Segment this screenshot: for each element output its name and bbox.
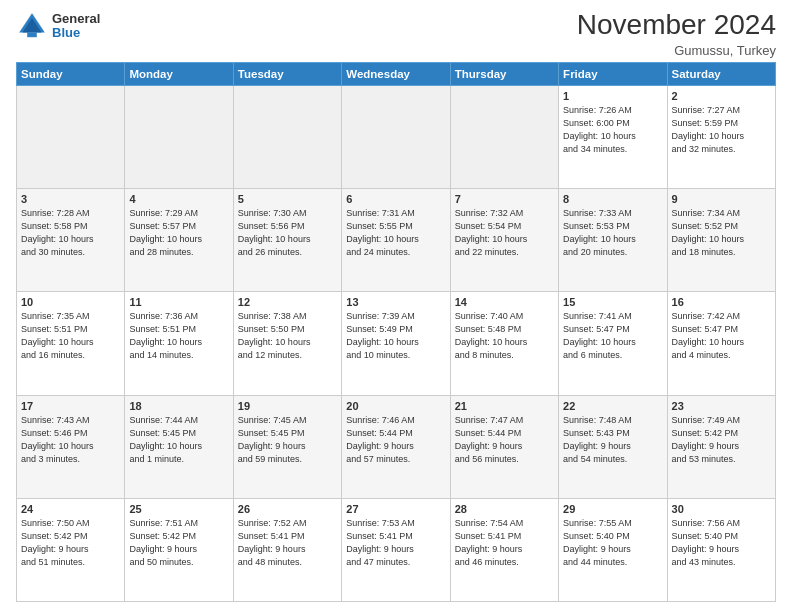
day-number: 29 bbox=[563, 503, 662, 515]
month-title: November 2024 bbox=[577, 10, 776, 41]
calendar-cell: 2Sunrise: 7:27 AM Sunset: 5:59 PM Daylig… bbox=[667, 85, 775, 188]
calendar-header-row: SundayMondayTuesdayWednesdayThursdayFrid… bbox=[17, 62, 776, 85]
day-info: Sunrise: 7:27 AM Sunset: 5:59 PM Dayligh… bbox=[672, 104, 771, 156]
day-number: 5 bbox=[238, 193, 337, 205]
title-block: November 2024 Gumussu, Turkey bbox=[577, 10, 776, 58]
calendar-cell: 10Sunrise: 7:35 AM Sunset: 5:51 PM Dayli… bbox=[17, 292, 125, 395]
day-number: 7 bbox=[455, 193, 554, 205]
calendar-week-3: 17Sunrise: 7:43 AM Sunset: 5:46 PM Dayli… bbox=[17, 395, 776, 498]
day-number: 30 bbox=[672, 503, 771, 515]
location: Gumussu, Turkey bbox=[577, 43, 776, 58]
logo-text: General Blue bbox=[52, 12, 100, 41]
col-header-thursday: Thursday bbox=[450, 62, 558, 85]
day-info: Sunrise: 7:54 AM Sunset: 5:41 PM Dayligh… bbox=[455, 517, 554, 569]
calendar-week-1: 3Sunrise: 7:28 AM Sunset: 5:58 PM Daylig… bbox=[17, 189, 776, 292]
day-info: Sunrise: 7:55 AM Sunset: 5:40 PM Dayligh… bbox=[563, 517, 662, 569]
day-info: Sunrise: 7:56 AM Sunset: 5:40 PM Dayligh… bbox=[672, 517, 771, 569]
day-number: 24 bbox=[21, 503, 120, 515]
header: General Blue November 2024 Gumussu, Turk… bbox=[16, 10, 776, 58]
day-info: Sunrise: 7:34 AM Sunset: 5:52 PM Dayligh… bbox=[672, 207, 771, 259]
calendar-cell: 9Sunrise: 7:34 AM Sunset: 5:52 PM Daylig… bbox=[667, 189, 775, 292]
day-info: Sunrise: 7:29 AM Sunset: 5:57 PM Dayligh… bbox=[129, 207, 228, 259]
day-info: Sunrise: 7:35 AM Sunset: 5:51 PM Dayligh… bbox=[21, 310, 120, 362]
calendar-cell: 19Sunrise: 7:45 AM Sunset: 5:45 PM Dayli… bbox=[233, 395, 341, 498]
day-info: Sunrise: 7:28 AM Sunset: 5:58 PM Dayligh… bbox=[21, 207, 120, 259]
day-number: 3 bbox=[21, 193, 120, 205]
day-number: 16 bbox=[672, 296, 771, 308]
day-number: 17 bbox=[21, 400, 120, 412]
day-number: 19 bbox=[238, 400, 337, 412]
calendar-cell: 5Sunrise: 7:30 AM Sunset: 5:56 PM Daylig… bbox=[233, 189, 341, 292]
day-info: Sunrise: 7:33 AM Sunset: 5:53 PM Dayligh… bbox=[563, 207, 662, 259]
day-info: Sunrise: 7:38 AM Sunset: 5:50 PM Dayligh… bbox=[238, 310, 337, 362]
calendar-week-4: 24Sunrise: 7:50 AM Sunset: 5:42 PM Dayli… bbox=[17, 498, 776, 601]
day-number: 10 bbox=[21, 296, 120, 308]
day-number: 27 bbox=[346, 503, 445, 515]
calendar-cell: 22Sunrise: 7:48 AM Sunset: 5:43 PM Dayli… bbox=[559, 395, 667, 498]
logo-icon bbox=[16, 10, 48, 42]
calendar-body: 1Sunrise: 7:26 AM Sunset: 6:00 PM Daylig… bbox=[17, 85, 776, 601]
day-info: Sunrise: 7:26 AM Sunset: 6:00 PM Dayligh… bbox=[563, 104, 662, 156]
calendar-cell bbox=[233, 85, 341, 188]
calendar-table: SundayMondayTuesdayWednesdayThursdayFrid… bbox=[16, 62, 776, 602]
day-number: 26 bbox=[238, 503, 337, 515]
day-number: 21 bbox=[455, 400, 554, 412]
calendar-cell: 27Sunrise: 7:53 AM Sunset: 5:41 PM Dayli… bbox=[342, 498, 450, 601]
calendar-cell bbox=[342, 85, 450, 188]
day-info: Sunrise: 7:47 AM Sunset: 5:44 PM Dayligh… bbox=[455, 414, 554, 466]
day-info: Sunrise: 7:46 AM Sunset: 5:44 PM Dayligh… bbox=[346, 414, 445, 466]
calendar-cell: 25Sunrise: 7:51 AM Sunset: 5:42 PM Dayli… bbox=[125, 498, 233, 601]
calendar-cell: 20Sunrise: 7:46 AM Sunset: 5:44 PM Dayli… bbox=[342, 395, 450, 498]
day-info: Sunrise: 7:36 AM Sunset: 5:51 PM Dayligh… bbox=[129, 310, 228, 362]
calendar-cell: 7Sunrise: 7:32 AM Sunset: 5:54 PM Daylig… bbox=[450, 189, 558, 292]
calendar-cell: 18Sunrise: 7:44 AM Sunset: 5:45 PM Dayli… bbox=[125, 395, 233, 498]
day-number: 22 bbox=[563, 400, 662, 412]
day-info: Sunrise: 7:39 AM Sunset: 5:49 PM Dayligh… bbox=[346, 310, 445, 362]
calendar-cell: 26Sunrise: 7:52 AM Sunset: 5:41 PM Dayli… bbox=[233, 498, 341, 601]
day-number: 12 bbox=[238, 296, 337, 308]
calendar-cell: 30Sunrise: 7:56 AM Sunset: 5:40 PM Dayli… bbox=[667, 498, 775, 601]
day-number: 9 bbox=[672, 193, 771, 205]
col-header-saturday: Saturday bbox=[667, 62, 775, 85]
day-info: Sunrise: 7:31 AM Sunset: 5:55 PM Dayligh… bbox=[346, 207, 445, 259]
day-number: 15 bbox=[563, 296, 662, 308]
calendar-cell: 4Sunrise: 7:29 AM Sunset: 5:57 PM Daylig… bbox=[125, 189, 233, 292]
page: General Blue November 2024 Gumussu, Turk… bbox=[0, 0, 792, 612]
day-info: Sunrise: 7:49 AM Sunset: 5:42 PM Dayligh… bbox=[672, 414, 771, 466]
calendar-cell: 12Sunrise: 7:38 AM Sunset: 5:50 PM Dayli… bbox=[233, 292, 341, 395]
day-number: 13 bbox=[346, 296, 445, 308]
day-number: 14 bbox=[455, 296, 554, 308]
svg-rect-2 bbox=[27, 32, 37, 37]
calendar-week-0: 1Sunrise: 7:26 AM Sunset: 6:00 PM Daylig… bbox=[17, 85, 776, 188]
calendar-cell: 3Sunrise: 7:28 AM Sunset: 5:58 PM Daylig… bbox=[17, 189, 125, 292]
day-info: Sunrise: 7:48 AM Sunset: 5:43 PM Dayligh… bbox=[563, 414, 662, 466]
calendar-cell: 24Sunrise: 7:50 AM Sunset: 5:42 PM Dayli… bbox=[17, 498, 125, 601]
day-number: 23 bbox=[672, 400, 771, 412]
day-info: Sunrise: 7:50 AM Sunset: 5:42 PM Dayligh… bbox=[21, 517, 120, 569]
col-header-sunday: Sunday bbox=[17, 62, 125, 85]
calendar-cell bbox=[17, 85, 125, 188]
calendar-week-2: 10Sunrise: 7:35 AM Sunset: 5:51 PM Dayli… bbox=[17, 292, 776, 395]
day-info: Sunrise: 7:42 AM Sunset: 5:47 PM Dayligh… bbox=[672, 310, 771, 362]
col-header-tuesday: Tuesday bbox=[233, 62, 341, 85]
logo-general: General bbox=[52, 12, 100, 26]
logo: General Blue bbox=[16, 10, 100, 42]
calendar-cell: 11Sunrise: 7:36 AM Sunset: 5:51 PM Dayli… bbox=[125, 292, 233, 395]
calendar-cell: 1Sunrise: 7:26 AM Sunset: 6:00 PM Daylig… bbox=[559, 85, 667, 188]
calendar-cell: 15Sunrise: 7:41 AM Sunset: 5:47 PM Dayli… bbox=[559, 292, 667, 395]
day-info: Sunrise: 7:53 AM Sunset: 5:41 PM Dayligh… bbox=[346, 517, 445, 569]
calendar-cell bbox=[125, 85, 233, 188]
calendar-cell: 29Sunrise: 7:55 AM Sunset: 5:40 PM Dayli… bbox=[559, 498, 667, 601]
day-info: Sunrise: 7:52 AM Sunset: 5:41 PM Dayligh… bbox=[238, 517, 337, 569]
day-info: Sunrise: 7:40 AM Sunset: 5:48 PM Dayligh… bbox=[455, 310, 554, 362]
calendar-cell: 21Sunrise: 7:47 AM Sunset: 5:44 PM Dayli… bbox=[450, 395, 558, 498]
calendar-cell bbox=[450, 85, 558, 188]
day-number: 18 bbox=[129, 400, 228, 412]
col-header-friday: Friday bbox=[559, 62, 667, 85]
day-info: Sunrise: 7:32 AM Sunset: 5:54 PM Dayligh… bbox=[455, 207, 554, 259]
day-number: 25 bbox=[129, 503, 228, 515]
calendar-header: SundayMondayTuesdayWednesdayThursdayFrid… bbox=[17, 62, 776, 85]
day-info: Sunrise: 7:30 AM Sunset: 5:56 PM Dayligh… bbox=[238, 207, 337, 259]
calendar-cell: 17Sunrise: 7:43 AM Sunset: 5:46 PM Dayli… bbox=[17, 395, 125, 498]
calendar-cell: 23Sunrise: 7:49 AM Sunset: 5:42 PM Dayli… bbox=[667, 395, 775, 498]
